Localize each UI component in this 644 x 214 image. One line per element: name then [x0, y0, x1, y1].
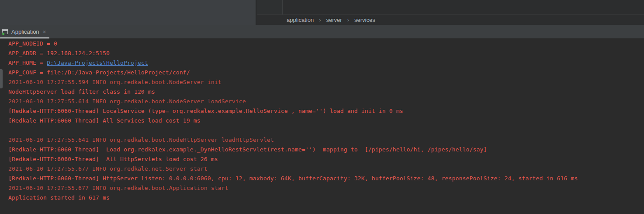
- tab-label: Application: [11, 28, 39, 35]
- console-text: APP_CONF = file:/D:/Java-Projects/HelloP…: [8, 69, 190, 76]
- console-text: [Redkale-HTTP:6060-Thread] HttpServer li…: [8, 175, 578, 182]
- editor-area: [283, 0, 644, 14]
- console-line: APP_CONF = file:/D:/Java-Projects/HelloP…: [8, 68, 644, 77]
- breadcrumb-item-application[interactable]: application: [287, 17, 314, 23]
- breadcrumb-items: application›server›services: [287, 17, 375, 23]
- top-strip: application›server›services: [0, 0, 644, 25]
- left-tool-window-edge: [0, 0, 256, 25]
- editor-gutter: [257, 0, 283, 14]
- console-line: 2021-06-10 17:27:55.677 INFO org.redkale…: [8, 183, 644, 193]
- console-line: NodeHttpServer load filter class in 120 …: [8, 87, 644, 97]
- console-text: APP_NODEID = 0: [8, 40, 57, 47]
- breadcrumb-separator-icon: ›: [319, 17, 321, 23]
- console-text: APP_HOME =: [8, 60, 47, 66]
- console-line: 2021-06-10 17:27:55.594 INFO org.redkale…: [8, 77, 644, 87]
- run-tool-window-tab-bar: Application ×: [0, 25, 644, 39]
- console-line: 2021-06-10 17:27:55.641 INFO org.redkale…: [8, 135, 644, 145]
- close-icon[interactable]: ×: [43, 29, 46, 35]
- console-text: [Redkale-HTTP:6060-Thread] All HttpServl…: [8, 156, 218, 162]
- breadcrumb-item-server[interactable]: server: [326, 17, 342, 23]
- console-line: APP_HOME = D:\Java-Projects\HelloProject: [8, 58, 644, 68]
- console-line: [Redkale-HTTP:6060-Thread] HttpServer li…: [8, 174, 644, 183]
- tab-application[interactable]: Application ×: [0, 25, 51, 39]
- console-line: Application started in 617 ms: [8, 193, 644, 203]
- console-line: [Redkale-HTTP:6060-Thread] All HttpServl…: [8, 154, 644, 164]
- breadcrumb-separator-icon: ›: [347, 17, 349, 23]
- console-line: [Redkale-HTTP:6060-Thread] Load org.redk…: [8, 145, 644, 154]
- console-line: [8, 126, 644, 135]
- console-text: 2021-06-10 17:27:55.614 INFO org.redkale…: [8, 98, 246, 105]
- console-text: [Redkale-HTTP:6060-Thread] LocalService …: [8, 108, 403, 114]
- scrollbar-thumb[interactable]: [0, 69, 3, 88]
- breadcrumb-item-services[interactable]: services: [354, 17, 375, 23]
- console-text: [Redkale-HTTP:6060-Thread] All Services …: [8, 117, 201, 124]
- console-icon: [2, 28, 9, 35]
- console-text: 2021-06-10 17:27:55.641 INFO org.redkale…: [8, 137, 274, 143]
- console-text: 2021-06-10 17:27:55.677 INFO org.redkale…: [8, 165, 208, 172]
- console-line: [Redkale-HTTP:6060-Thread] All Services …: [8, 116, 644, 126]
- console-line: 2021-06-10 17:27:55.614 INFO org.redkale…: [8, 97, 644, 106]
- console-text: Application started in 617 ms: [8, 194, 110, 201]
- console-text: 2021-06-10 17:27:55.594 INFO org.redkale…: [8, 79, 222, 85]
- console-lines: APP_NODEID = 0APP_ADDR = 192.168.124.2:5…: [8, 39, 644, 203]
- breadcrumb: application›server›services: [257, 14, 644, 25]
- console-output: APP_NODEID = 0APP_ADDR = 192.168.124.2:5…: [0, 39, 644, 214]
- file-path-link[interactable]: D:\Java-Projects\HelloProject: [47, 60, 148, 66]
- console-text: NodeHttpServer load filter class in 120 …: [8, 88, 155, 95]
- console-text: APP_ADDR = 192.168.124.2:5150: [8, 50, 110, 56]
- console-line: 2021-06-10 17:27:55.677 INFO org.redkale…: [8, 164, 644, 174]
- console-line: [Redkale-HTTP:6060-Thread] LocalService …: [8, 106, 644, 116]
- console-line: APP_ADDR = 192.168.124.2:5150: [8, 49, 644, 58]
- ide-window: application›server›services Application …: [0, 0, 644, 214]
- console-line: APP_NODEID = 0: [8, 39, 644, 49]
- console-text: 2021-06-10 17:27:55.677 INFO org.redkale…: [8, 185, 229, 191]
- console-text: [Redkale-HTTP:6060-Thread] Load org.redk…: [8, 146, 487, 153]
